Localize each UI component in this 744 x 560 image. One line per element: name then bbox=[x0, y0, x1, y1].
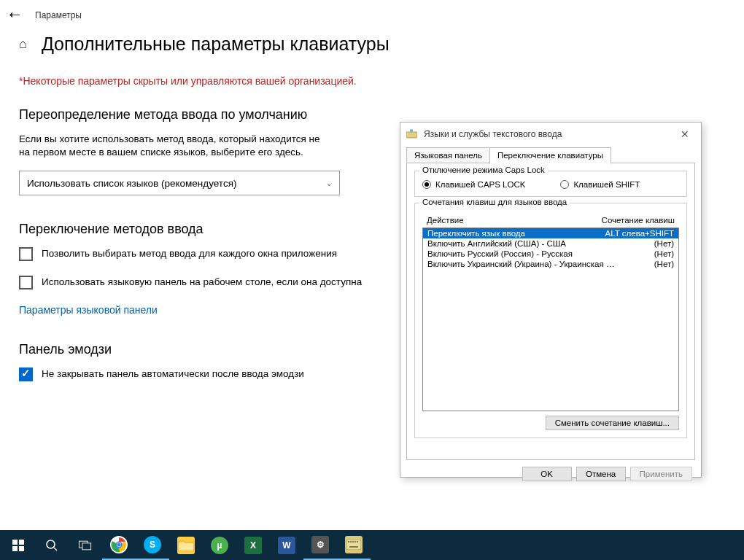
radio-icon bbox=[422, 180, 431, 189]
hotkey-combo: (Нет) bbox=[654, 239, 674, 248]
svg-line-7 bbox=[54, 548, 57, 551]
hotkey-row[interactable]: Включить Английский (США) - США(Нет) bbox=[423, 238, 678, 249]
svg-rect-20 bbox=[357, 541, 358, 542]
tab-keyboard-switch[interactable]: Переключение клавиатуры bbox=[489, 147, 611, 164]
dialog-titlebar[interactable]: Языки и службы текстового ввода ✕ bbox=[400, 122, 701, 146]
dialog-buttons: OK Отмена Применить bbox=[400, 467, 701, 490]
radio-icon bbox=[560, 180, 569, 189]
hotkey-action: Включить Английский (США) - США bbox=[427, 239, 566, 248]
keyboard-icon bbox=[345, 536, 363, 553]
ok-button[interactable]: OK bbox=[522, 467, 572, 481]
svg-rect-5 bbox=[19, 546, 24, 551]
heading-row: ⌂ Дополнительные параметры клавиатуры bbox=[19, 34, 725, 55]
svg-rect-2 bbox=[12, 540, 18, 545]
hotkeys-headers: Действие Сочетание клавиш bbox=[422, 214, 679, 228]
svg-point-13 bbox=[117, 542, 120, 546]
page-heading: Дополнительные параметры клавиатуры bbox=[42, 34, 390, 55]
capslock-legend: Отключение режима Caps Lock bbox=[419, 166, 548, 174]
utorrent-icon: µ bbox=[211, 537, 228, 554]
taskbar-chrome[interactable] bbox=[102, 530, 136, 560]
taskbar-explorer[interactable] bbox=[169, 530, 203, 560]
checkbox-icon[interactable] bbox=[19, 276, 33, 289]
checkbox-lang-bar-desktop[interactable]: Использовать языковую панель на рабочем … bbox=[19, 276, 369, 289]
change-hotkey-button[interactable]: Сменить сочетание клавиш... bbox=[546, 416, 679, 430]
hotkeys-fieldset: Сочетания клавиш для языков ввода Действ… bbox=[414, 203, 687, 438]
radio-shift[interactable]: Клавишей SHIFT bbox=[560, 180, 640, 189]
taskbar-skype[interactable]: S bbox=[136, 530, 169, 560]
radio-capslock[interactable]: Клавишей CAPS LOCK bbox=[422, 180, 525, 189]
hotkey-row[interactable]: Включить Русский (Россия) - Русская(Нет) bbox=[423, 249, 678, 259]
checkbox-label: Не закрывать панель автоматически после … bbox=[42, 368, 304, 381]
dropdown-value: Использовать список языков (рекомендуетс… bbox=[27, 178, 236, 189]
folder-icon bbox=[177, 537, 195, 554]
radio-label: Клавишей SHIFT bbox=[573, 180, 640, 189]
close-icon[interactable]: ✕ bbox=[675, 127, 695, 141]
hotkey-combo: ALT слева+SHIFT bbox=[605, 229, 674, 238]
hotkey-row[interactable]: Переключить язык вводаALT слева+SHIFT bbox=[423, 228, 678, 238]
taskbar-word[interactable]: W bbox=[270, 530, 303, 560]
taskbar-osk[interactable] bbox=[337, 530, 371, 560]
hotkeys-list[interactable]: Переключить язык вводаALT слева+SHIFTВкл… bbox=[422, 228, 679, 411]
taskbar[interactable]: S µ X W ⚙ bbox=[0, 530, 744, 560]
svg-rect-19 bbox=[354, 541, 356, 542]
taskbar-utorrent[interactable]: µ bbox=[203, 530, 236, 560]
col-action: Действие bbox=[427, 216, 464, 225]
svg-rect-18 bbox=[352, 541, 354, 542]
default-input-dropdown[interactable]: Использовать список языков (рекомендуетс… bbox=[19, 171, 340, 195]
capslock-fieldset: Отключение режима Caps Lock Клавишей CAP… bbox=[414, 171, 687, 197]
excel-icon: X bbox=[244, 537, 262, 554]
capslock-radio-group: Клавишей CAPS LOCK Клавишей SHIFT bbox=[422, 180, 679, 189]
radio-label: Клавишей CAPS LOCK bbox=[435, 180, 525, 189]
hotkey-action: Включить Русский (Россия) - Русская bbox=[427, 249, 573, 258]
taskbar-settings[interactable]: ⚙ bbox=[303, 530, 337, 560]
checkbox-per-window[interactable]: Позволить выбирать метод ввода для каждо… bbox=[19, 247, 369, 261]
checkbox-label: Позволить выбирать метод ввода для каждо… bbox=[42, 247, 337, 260]
settings-header: 🠐 Параметры bbox=[0, 0, 744, 28]
window-title: Параметры bbox=[35, 10, 82, 20]
hotkey-action: Переключить язык ввода bbox=[427, 229, 525, 238]
hotkeys-legend: Сочетания клавиш для языков ввода bbox=[419, 198, 570, 206]
checkbox-icon[interactable] bbox=[19, 247, 33, 261]
dialog-app-icon bbox=[406, 128, 418, 140]
svg-rect-16 bbox=[348, 541, 349, 542]
dialog-content: Отключение режима Caps Lock Клавишей CAP… bbox=[406, 163, 695, 460]
svg-rect-21 bbox=[349, 546, 358, 548]
checkbox-icon[interactable] bbox=[19, 368, 33, 381]
hotkey-row[interactable]: Включить Украинский (Украина) - Украинск… bbox=[423, 259, 678, 269]
text-services-dialog: Языки и службы текстового ввода ✕ Языков… bbox=[400, 122, 702, 478]
policy-warning: *Некоторые параметры скрыты или управляю… bbox=[19, 75, 725, 87]
cancel-button[interactable]: Отмена bbox=[576, 467, 626, 481]
col-combo: Сочетание клавиш bbox=[602, 216, 675, 225]
hotkey-action: Включить Украинский (Украина) - Украинск… bbox=[427, 260, 617, 268]
section-override-title: Переопределение метода ввода по умолчани… bbox=[19, 107, 725, 122]
svg-rect-17 bbox=[350, 541, 352, 542]
svg-point-6 bbox=[47, 540, 55, 548]
checkbox-label: Использовать языковую панель на рабочем … bbox=[42, 276, 362, 289]
tab-language-bar[interactable]: Языковая панель bbox=[406, 147, 490, 163]
dialog-title: Языки и службы текстового ввода bbox=[424, 129, 669, 139]
svg-rect-9 bbox=[82, 542, 91, 549]
start-button[interactable] bbox=[1, 530, 35, 560]
back-icon[interactable]: 🠐 bbox=[9, 9, 20, 22]
svg-rect-0 bbox=[406, 132, 417, 138]
home-icon[interactable]: ⌂ bbox=[19, 36, 27, 52]
hotkey-combo: (Нет) bbox=[654, 249, 674, 258]
word-icon: W bbox=[278, 537, 295, 554]
taskbar-excel[interactable]: X bbox=[236, 530, 270, 560]
svg-rect-14 bbox=[179, 543, 193, 551]
task-view-icon[interactable] bbox=[69, 530, 102, 560]
skype-icon: S bbox=[144, 536, 161, 553]
svg-rect-3 bbox=[19, 540, 24, 545]
svg-rect-4 bbox=[12, 546, 18, 551]
hotkey-combo: (Нет) bbox=[654, 260, 674, 268]
chrome-icon bbox=[110, 536, 128, 553]
chevron-down-icon: ⌄ bbox=[326, 179, 332, 187]
checkbox-emoji-autoclose[interactable]: Не закрывать панель автоматически после … bbox=[19, 368, 369, 381]
search-icon[interactable] bbox=[35, 530, 69, 560]
apply-button: Применить bbox=[630, 467, 692, 481]
section-override-desc: Если вы хотите использовать метод ввода,… bbox=[19, 133, 333, 159]
dialog-tabs: Языковая панель Переключение клавиатуры bbox=[400, 147, 701, 163]
gear-icon: ⚙ bbox=[311, 536, 329, 553]
svg-point-1 bbox=[410, 129, 413, 132]
